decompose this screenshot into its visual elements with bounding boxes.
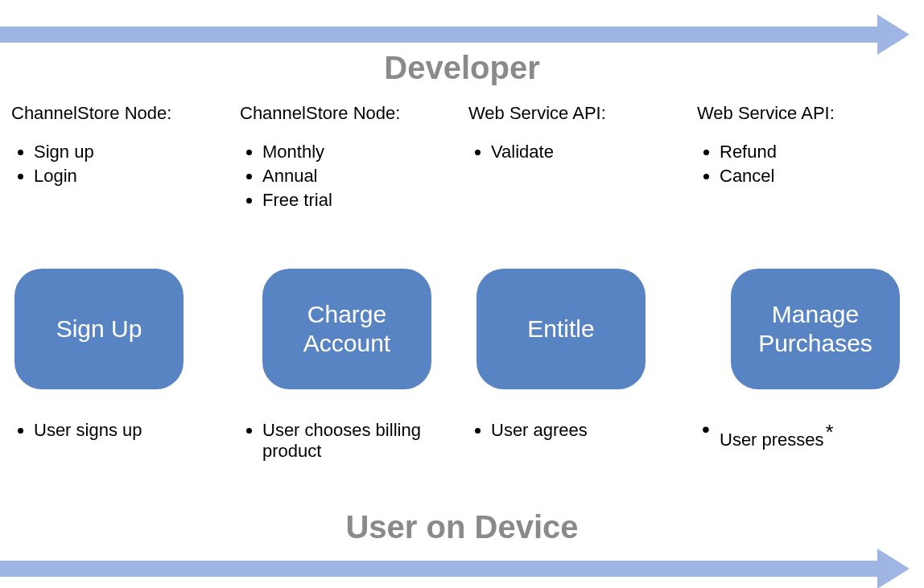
stage-box-entitle: Entitle	[476, 269, 646, 389]
column-signup: ChannelStore Node: Sign up Login Sign Up…	[11, 103, 227, 465]
stage-box-manage: Manage Purchases	[731, 269, 900, 389]
arrow-head-icon	[877, 14, 910, 55]
dev-block: Web Service API: Refund Cancel	[697, 103, 913, 254]
dev-item: Monthly	[262, 142, 456, 162]
developer-label: Developer	[0, 50, 924, 86]
arrow-shaft	[0, 27, 877, 43]
top-arrow	[0, 14, 910, 55]
user-list: User signs up	[11, 420, 227, 441]
dev-heading: Web Service API:	[468, 103, 684, 124]
dev-item: Annual	[262, 166, 456, 187]
column-charge: ChannelStore Node: Monthly Annual Free t…	[240, 103, 456, 465]
dev-block: Web Service API: Validate	[468, 103, 684, 254]
dev-heading: ChannelStore Node:	[240, 103, 456, 124]
user-list: User agrees	[468, 420, 684, 441]
user-item: User signs up	[34, 420, 227, 441]
dev-list: Refund Cancel	[697, 142, 913, 187]
asterisk-icon: *	[826, 420, 834, 444]
dev-list: Sign up Login	[11, 142, 227, 187]
user-item: User agrees	[491, 420, 684, 441]
user-block: User chooses billing product	[240, 420, 456, 465]
arrow-head-icon	[877, 549, 910, 588]
stage-box-charge: Charge Account	[262, 269, 431, 389]
column-entitle: Web Service API: Validate Entitle User a…	[468, 103, 684, 465]
dev-list: Validate	[468, 142, 684, 162]
dev-item: Validate	[491, 142, 684, 162]
arrow-shaft	[0, 561, 877, 577]
columns-container: ChannelStore Node: Sign up Login Sign Up…	[0, 103, 924, 465]
user-block: User agrees	[468, 420, 684, 444]
column-manage: Web Service API: Refund Cancel Manage Pu…	[697, 103, 913, 465]
dev-item: Sign up	[34, 142, 227, 162]
dev-heading: Web Service API:	[697, 103, 913, 124]
dev-item: Free trial	[262, 190, 456, 211]
user-list: User presses*	[697, 420, 913, 450]
user-block: User signs up	[11, 420, 227, 444]
user-item-text: User presses	[720, 430, 824, 450]
dev-item: Login	[34, 166, 227, 187]
dev-item: Cancel	[720, 166, 913, 187]
bottom-arrow	[0, 549, 910, 588]
user-block: User presses*	[697, 420, 913, 454]
user-item: User presses*	[720, 420, 913, 450]
dev-item: Refund	[720, 142, 913, 162]
dev-block: ChannelStore Node: Monthly Annual Free t…	[240, 103, 456, 254]
user-item: User chooses billing product	[262, 420, 456, 462]
dev-block: ChannelStore Node: Sign up Login	[11, 103, 227, 254]
dev-heading: ChannelStore Node:	[11, 103, 227, 124]
user-on-device-label: User on Device	[0, 509, 924, 545]
stage-box-signup: Sign Up	[14, 269, 184, 389]
dev-list: Monthly Annual Free trial	[240, 142, 456, 211]
user-list: User chooses billing product	[240, 420, 456, 462]
